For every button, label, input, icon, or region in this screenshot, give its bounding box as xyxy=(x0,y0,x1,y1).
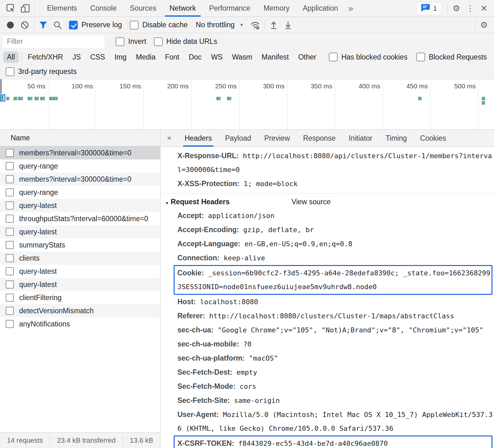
disclosure-triangle-icon[interactable]: ▾ xyxy=(166,200,168,206)
type-filter-all[interactable]: All xyxy=(3,51,19,63)
close-icon[interactable]: ✕ xyxy=(477,2,491,15)
details-close-icon[interactable]: × xyxy=(160,130,178,147)
hide-data-urls-checkbox[interactable] xyxy=(154,37,163,46)
invert-label[interactable]: Invert xyxy=(128,37,146,46)
header-name: X-XSS-Protection: xyxy=(177,180,239,188)
invert-checkbox[interactable] xyxy=(116,37,124,46)
table-row[interactable]: query-latest xyxy=(0,225,160,238)
waterfall-overview[interactable]: 50 ms100 ms150 ms200 ms250 ms300 ms350 m… xyxy=(0,79,494,130)
header-line: sec-ch-ua-mobile: ?0 xyxy=(177,337,494,351)
request-checkbox[interactable] xyxy=(6,267,14,275)
tab-initiator[interactable]: Initiator xyxy=(342,130,379,147)
type-filter-media[interactable]: Media xyxy=(132,51,160,63)
name-column-header[interactable]: Name xyxy=(0,130,160,146)
request-checkbox[interactable] xyxy=(6,228,14,236)
hide-data-urls-label[interactable]: Hide data URLs xyxy=(166,37,217,46)
third-party-checkbox[interactable] xyxy=(6,67,14,76)
type-filter-font[interactable]: Font xyxy=(161,51,183,63)
record-icon[interactable] xyxy=(3,17,18,33)
type-filter-wasm[interactable]: Wasm xyxy=(228,51,256,63)
tab-console[interactable]: Console xyxy=(84,0,123,17)
tab-application[interactable]: Application xyxy=(296,0,345,17)
network-conditions-icon[interactable] xyxy=(248,17,262,33)
settings-icon[interactable]: ⚙ xyxy=(449,2,463,15)
tab-cookies[interactable]: Cookies xyxy=(413,130,453,147)
issues-button[interactable]: 1 xyxy=(416,2,442,15)
request-headers-section-header[interactable]: ▾Request HeadersView source xyxy=(160,195,494,209)
export-har-icon[interactable] xyxy=(281,17,295,33)
preserve-log-checkbox[interactable] xyxy=(69,21,78,29)
has-blocked-cookies-label[interactable]: Has blocked cookies xyxy=(341,53,407,61)
request-checkbox[interactable] xyxy=(6,294,14,302)
filter-input[interactable] xyxy=(3,35,104,48)
table-row[interactable]: throughputStats?interval=60000&time=0 xyxy=(0,212,160,225)
disable-cache-label[interactable]: Disable cache xyxy=(142,21,187,29)
filter-icon[interactable] xyxy=(36,17,50,33)
inspect-icon[interactable] xyxy=(4,0,18,17)
view-source-link[interactable]: View source xyxy=(292,195,331,209)
table-row[interactable]: query-latest xyxy=(0,265,160,278)
activity-mark xyxy=(49,97,58,100)
tab-network[interactable]: Network xyxy=(163,0,202,17)
type-filter-js[interactable]: JS xyxy=(69,51,85,63)
type-filter-css[interactable]: CSS xyxy=(87,51,109,63)
table-row[interactable]: members?interval=300000&time=0 xyxy=(0,173,160,186)
search-icon[interactable] xyxy=(50,17,65,33)
tab-sources[interactable]: Sources xyxy=(123,0,163,17)
table-row[interactable]: anyNotifications xyxy=(0,317,160,331)
request-checkbox[interactable] xyxy=(6,307,14,315)
type-filter-ws[interactable]: WS xyxy=(207,51,226,63)
request-checkbox[interactable] xyxy=(6,188,14,196)
headers-content: X-Response-URL: http://localhost:8080/ap… xyxy=(160,147,494,448)
blocked-requests-checkbox[interactable] xyxy=(416,53,425,61)
request-name: throughputStats?interval=60000&time=0 xyxy=(19,215,148,223)
more-options-icon[interactable]: ⋮ xyxy=(463,2,477,15)
tab-response[interactable]: Response xyxy=(297,130,342,147)
more-tabs-chevron[interactable]: » xyxy=(344,0,357,17)
device-toolbar-icon[interactable] xyxy=(18,0,33,17)
table-row[interactable]: clients xyxy=(0,252,160,265)
request-checkbox[interactable] xyxy=(6,320,14,328)
table-row[interactable]: detectVersionMismatch xyxy=(0,304,160,317)
has-blocked-cookies-checkbox[interactable] xyxy=(329,53,338,61)
request-checkbox[interactable] xyxy=(6,175,14,183)
type-filter-other[interactable]: Other xyxy=(294,51,320,63)
tab-payload[interactable]: Payload xyxy=(218,130,258,147)
tab-performance[interactable]: Performance xyxy=(202,0,257,17)
request-checkbox[interactable] xyxy=(6,149,14,157)
table-row[interactable]: query-range xyxy=(0,159,160,173)
request-checkbox[interactable] xyxy=(6,280,14,289)
network-settings-icon[interactable]: ⚙ xyxy=(477,18,491,32)
clear-icon[interactable] xyxy=(18,17,32,33)
type-filter-img[interactable]: Img xyxy=(111,51,130,63)
dropdown-caret[interactable]: ▼ xyxy=(240,23,244,27)
disable-cache-checkbox[interactable] xyxy=(130,21,139,29)
table-row[interactable]: query-latest xyxy=(0,199,160,212)
table-row[interactable]: members?interval=300000&time=0 xyxy=(0,146,160,159)
request-checkbox[interactable] xyxy=(6,254,14,262)
tab-headers[interactable]: Headers xyxy=(178,130,218,147)
preserve-log-label[interactable]: Preserve log xyxy=(81,21,122,29)
blocked-requests-label[interactable]: Blocked Requests xyxy=(429,53,487,61)
table-row[interactable]: query-range xyxy=(0,186,160,199)
type-filter-manifest[interactable]: Manifest xyxy=(258,51,293,63)
tab-elements[interactable]: Elements xyxy=(40,0,84,17)
tab-preview[interactable]: Preview xyxy=(258,130,297,147)
third-party-label[interactable]: 3rd-party requests xyxy=(18,67,77,76)
tab-timing[interactable]: Timing xyxy=(379,130,413,147)
table-row[interactable]: query-latest xyxy=(0,278,160,291)
details-tabs: HeadersPayloadPreviewResponseInitiatorTi… xyxy=(178,130,453,147)
table-row[interactable]: clientFiltering xyxy=(0,291,160,304)
type-filter-doc[interactable]: Doc xyxy=(185,51,205,63)
type-filter-fetch-xhr[interactable]: Fetch/XHR xyxy=(24,51,67,63)
throttling-select[interactable]: No throttling xyxy=(196,21,235,29)
tab-memory[interactable]: Memory xyxy=(257,0,296,17)
request-checkbox[interactable] xyxy=(6,215,14,223)
main-tabs: ElementsConsoleSourcesNetworkPerformance… xyxy=(40,0,416,17)
import-har-icon[interactable] xyxy=(266,17,281,33)
request-checkbox[interactable] xyxy=(6,201,14,210)
request-checkbox[interactable] xyxy=(6,241,14,249)
overview-scroll-handle[interactable] xyxy=(0,79,2,94)
request-checkbox[interactable] xyxy=(6,162,14,170)
table-row[interactable]: summaryStats xyxy=(0,238,160,252)
